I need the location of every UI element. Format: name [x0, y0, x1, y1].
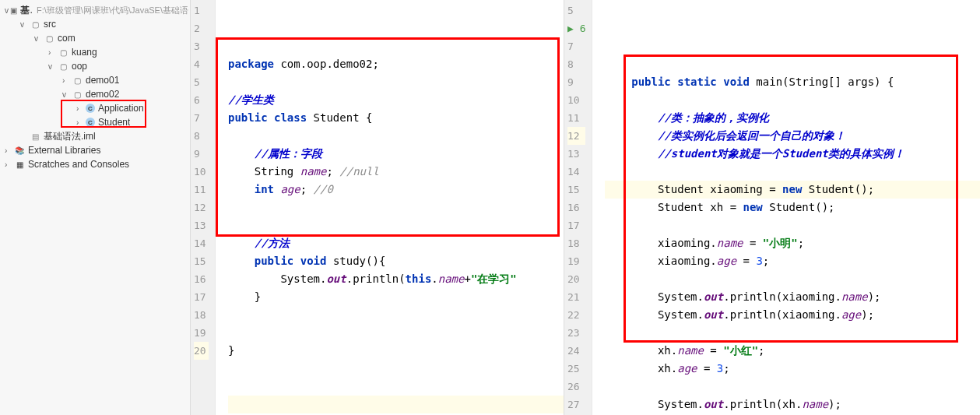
line-number[interactable]: 27 — [567, 396, 585, 413]
code-line[interactable] — [605, 378, 980, 396]
line-number[interactable]: 16 — [194, 270, 209, 288]
line-number[interactable]: 5 — [194, 73, 209, 91]
code-line[interactable] — [228, 396, 564, 413]
code-line[interactable]: System.out.println(xh.name); — [605, 396, 980, 413]
code-line[interactable]: //student对象就是一个Student类的具体实例！ — [605, 145, 980, 163]
code-line[interactable] — [228, 360, 564, 378]
line-number[interactable]: 22 — [567, 306, 585, 324]
code-line[interactable]: System.out.println(this.name+"在学习" — [228, 270, 564, 288]
line-number[interactable]: 20 — [194, 342, 209, 360]
code-area-left[interactable]: 1234567891011121314151617181920 package … — [191, 0, 564, 415]
line-number[interactable]: 23 — [567, 324, 585, 342]
line-number[interactable]: 6 — [194, 91, 209, 109]
code-line[interactable]: //属性：字段 — [228, 145, 564, 163]
code-line[interactable]: xiaoming.age = 3; — [605, 252, 980, 270]
tree-node[interactable]: v▢demo02 — [2, 87, 188, 101]
line-number[interactable]: 18 — [567, 234, 585, 252]
code-line[interactable] — [605, 55, 980, 73]
code-line[interactable]: //学生类 — [228, 91, 564, 109]
tree-node[interactable]: ›▢demo01 — [2, 73, 188, 87]
tree-node[interactable]: ›CStudent — [2, 115, 188, 129]
line-number[interactable]: 9 — [194, 145, 209, 163]
code-line[interactable]: System.out.println(xiaoming.age); — [605, 306, 980, 324]
line-number[interactable]: 19 — [567, 252, 585, 270]
code-line[interactable]: Student xh = new Student(); — [605, 199, 980, 216]
line-number[interactable]: 25 — [567, 360, 585, 378]
tree-node[interactable]: v▢com — [2, 31, 188, 45]
line-number[interactable]: 11 — [194, 181, 209, 199]
code-line[interactable] — [605, 216, 980, 234]
line-number[interactable]: 7 — [194, 109, 209, 127]
line-number[interactable]: 8 — [567, 55, 585, 73]
scratches-consoles[interactable]: › ▦ Scratches and Consoles — [2, 157, 188, 171]
code-lines-left[interactable]: package com.oop.demo02; //学生类public clas… — [216, 0, 564, 415]
code-line[interactable]: Student xiaoming = new Student(); — [605, 181, 980, 199]
code-line[interactable] — [605, 270, 980, 288]
code-line[interactable]: xiaoming.name = "小明"; — [605, 234, 980, 252]
code-line[interactable]: public static void main(String[] args) { — [605, 73, 980, 91]
tree-node[interactable]: ›▢kuang — [2, 45, 188, 59]
external-libraries[interactable]: › 📚 External Libraries — [2, 143, 188, 157]
line-number[interactable]: 2 — [194, 19, 209, 37]
line-number[interactable]: 17 — [194, 288, 209, 306]
code-line[interactable] — [228, 73, 564, 91]
line-number[interactable]: ▶ 6 — [567, 19, 585, 37]
line-number[interactable]: 3 — [194, 37, 209, 55]
editor-pane-application[interactable]: 5▶ 6789101112131415161718192021222324252… — [564, 0, 980, 415]
code-line[interactable]: xh.name = "小红"; — [605, 342, 980, 360]
line-number[interactable]: 4 — [194, 55, 209, 73]
line-number[interactable]: 19 — [194, 324, 209, 342]
line-number[interactable]: 24 — [567, 342, 585, 360]
gutter-right[interactable]: 5▶ 6789101112131415161718192021222324252… — [564, 0, 592, 415]
line-number[interactable]: 8 — [194, 127, 209, 145]
line-number[interactable]: 11 — [567, 109, 585, 127]
line-number[interactable]: 14 — [567, 163, 585, 181]
code-line[interactable] — [605, 324, 980, 342]
code-line[interactable] — [228, 306, 564, 324]
editor-pane-student[interactable]: 1234567891011121314151617181920 package … — [191, 0, 564, 415]
code-line[interactable]: //方法 — [228, 234, 564, 252]
line-number[interactable]: 15 — [194, 252, 209, 270]
code-line[interactable]: package com.oop.demo02; — [228, 55, 564, 73]
line-number[interactable]: 1 — [194, 2, 209, 19]
code-area-right[interactable]: 5▶ 6789101112131415161718192021222324252… — [564, 0, 980, 415]
line-number[interactable]: 20 — [567, 270, 585, 288]
line-number[interactable]: 26 — [567, 378, 585, 396]
tree-root[interactable]: v ▣ 基础语法 F:\班级管理\网课班\代码\JavaSE\基础语 — [2, 3, 188, 17]
code-line[interactable] — [228, 199, 564, 216]
tree-node[interactable]: ›CApplication — [2, 101, 188, 115]
tree-node[interactable]: v▢oop — [2, 59, 188, 73]
line-number[interactable]: 10 — [567, 91, 585, 109]
code-line[interactable]: String name; //null — [228, 163, 564, 181]
gutter-left[interactable]: 1234567891011121314151617181920 — [191, 0, 216, 415]
code-lines-right[interactable]: public static void main(String[] args) {… — [592, 0, 980, 415]
code-line[interactable]: System.out.println(xiaoming.name); — [605, 288, 980, 306]
code-line[interactable]: //类：抽象的，实例化 — [605, 109, 980, 127]
code-line[interactable] — [228, 324, 564, 342]
code-line[interactable] — [605, 163, 980, 181]
line-number[interactable]: 17 — [567, 216, 585, 234]
line-number[interactable]: 12 — [194, 199, 209, 216]
code-line[interactable] — [605, 91, 980, 109]
line-number[interactable]: 14 — [194, 234, 209, 252]
code-line[interactable] — [228, 378, 564, 396]
code-line[interactable]: public class Student { — [228, 109, 564, 127]
line-number[interactable]: 5 — [567, 2, 585, 19]
code-line[interactable] — [228, 127, 564, 145]
line-number[interactable]: 18 — [194, 306, 209, 324]
tree-node[interactable]: ▤基础语法.iml — [2, 129, 188, 143]
code-line[interactable]: int age; //0 — [228, 181, 564, 199]
line-number[interactable]: 10 — [194, 163, 209, 181]
code-line[interactable]: xh.age = 3; — [605, 360, 980, 378]
project-sidebar[interactable]: v ▣ 基础语法 F:\班级管理\网课班\代码\JavaSE\基础语 v▢src… — [0, 0, 191, 415]
line-number[interactable]: 13 — [194, 216, 209, 234]
line-number[interactable]: 21 — [567, 288, 585, 306]
line-number[interactable]: 9 — [567, 73, 585, 91]
code-line[interactable] — [228, 216, 564, 234]
line-number[interactable]: 16 — [567, 199, 585, 216]
line-number[interactable]: 13 — [567, 145, 585, 163]
code-line[interactable]: //类实例化后会返回一个自己的对象！ — [605, 127, 980, 145]
line-number[interactable]: 12 — [567, 127, 585, 145]
line-number[interactable]: 7 — [567, 37, 585, 55]
tree-node[interactable]: v▢src — [2, 17, 188, 31]
